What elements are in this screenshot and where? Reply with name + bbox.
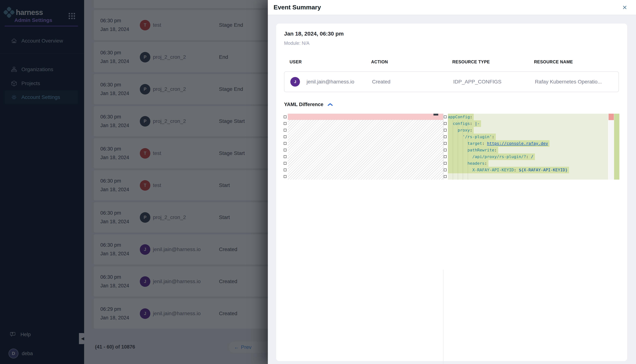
diff-line-marker-icon [444,129,447,132]
event-module: Module: N/A [284,40,310,46]
drawer-body: Jan 18, 2024, 06:30 pm Module: N/A USER … [268,15,636,364]
diff-line-marker-icon [284,175,286,178]
diff-line-marker-icon [284,136,286,138]
event-datetime: Jan 18, 2024, 06:30 pm [284,30,344,37]
drawer-header: Event Summary ✕ [268,0,636,15]
diff-line-marker-icon [284,129,286,132]
event-table-row: J jenil.jain@harness.io Created IDP_APP_… [284,72,619,92]
diff-overview-removed-marker [608,114,614,120]
event-summary-card: Jan 18, 2024, 06:30 pm Module: N/A USER … [276,24,627,361]
yaml-code-line: /api/proxy/rs-plugin/?: / [448,154,608,160]
column-header-resource-type: RESOURCE TYPE [452,60,490,64]
column-header-user: USER [290,60,302,64]
yaml-code-line: pathRewrite: [448,147,608,154]
yaml-code-line [448,173,608,180]
diff-overview-ruler[interactable] [608,114,614,180]
indent-guide [453,120,453,180]
modal-dim-overlay[interactable] [0,0,268,364]
diff-sash-extension [443,270,444,364]
indent-guide [463,120,463,180]
diff-line-marker-icon [284,142,286,145]
diff-line-marker-icon [444,122,447,125]
screen: harness Admin Settings Account OverviewO… [0,0,636,364]
diff-left-pane[interactable] [288,114,443,180]
event-resource-type: IDP_APP_CONFIGS [453,79,501,85]
diff-overview-added-marker [614,114,619,180]
diff-line-marker-icon [444,116,447,118]
diff-line-marker-icon [444,155,447,158]
yaml-difference-label: YAML Difference [284,102,323,108]
yaml-diff-editor: appConfig: configs: |- proxy: '/rs-plugi… [283,114,619,180]
drawer-title: Event Summary [274,4,321,11]
user-avatar: J [290,77,300,86]
yaml-code-line: target: https://console.rafay.dev [448,140,608,147]
diff-line-marker-icon [284,122,286,125]
diff-empty-hatch [288,120,443,180]
indent-guide [458,120,458,180]
event-resource-name: Rafay Kubernetes Operatio... [535,79,602,85]
column-header-action: ACTION [371,60,388,64]
diff-line-marker-icon [284,149,286,152]
diff-line-marker-icon [444,149,447,152]
yaml-code-line: proxy: [448,127,608,134]
diff-line-marker-icon [444,142,447,145]
diff-left-scrollbar[interactable] [434,114,438,116]
diff-line-marker-icon [444,168,447,171]
column-header-resource-name: RESOURCE NAME [534,60,573,64]
yaml-code-line: headers: [448,160,608,167]
yaml-code-line: X-RAFAY-API-KEYID: ${X-RAFAY-API-KEYID} [448,167,608,173]
yaml-code-line: configs: |- [448,120,608,127]
diff-right-pane[interactable]: appConfig: configs: |- proxy: '/rs-plugi… [448,114,608,180]
diff-line-marker-icon [444,162,447,165]
event-summary-drawer: Event Summary ✕ Jan 18, 2024, 06:30 pm M… [268,0,636,364]
diff-line-marker-icon [284,168,286,171]
close-icon[interactable]: ✕ [622,4,627,11]
diff-line-marker-icon [284,116,286,118]
diff-line-marker-icon [284,162,286,165]
event-action: Created [372,79,390,85]
yaml-difference-toggle[interactable]: YAML Difference [284,102,333,108]
yaml-code-line: appConfig: [448,114,608,120]
diff-line-marker-icon [444,175,447,178]
indent-guide [468,120,468,180]
yaml-code-line: '/rs-plugin': [448,134,608,140]
diff-deleted-line [288,114,443,120]
diff-split-divider[interactable] [443,114,444,180]
diff-line-marker-icon [284,155,286,158]
event-user: jenil.jain@harness.io [307,79,354,85]
diff-line-marker-icon [444,136,447,138]
chevron-up-icon [327,103,333,107]
